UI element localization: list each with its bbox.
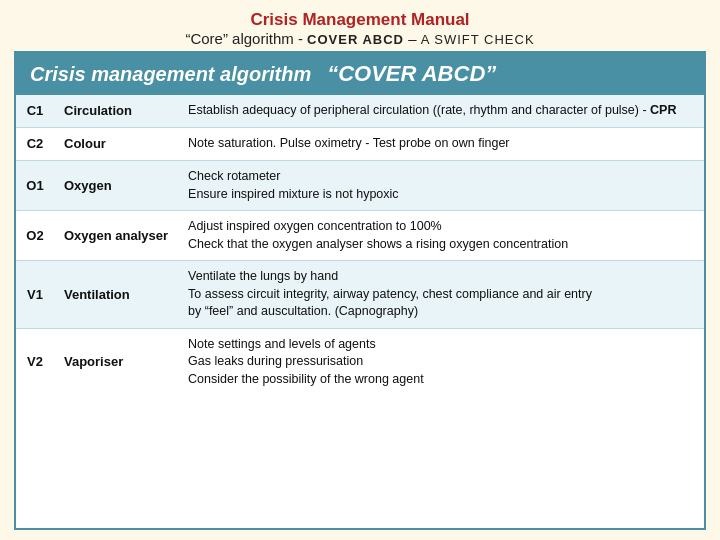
table-row: V2VaporiserNote settings and levels of a… <box>16 328 704 395</box>
row-label: Ventilation <box>54 261 178 329</box>
row-description: Adjust inspired oxygen concentration to … <box>178 211 704 261</box>
row-code: O2 <box>16 211 54 261</box>
table-row: C1CirculationEstablish adequacy of perip… <box>16 95 704 128</box>
row-code: C2 <box>16 128 54 161</box>
row-label: Vaporiser <box>54 328 178 395</box>
main-table-container: Crisis management algorithm “COVER ABCD”… <box>14 51 706 530</box>
algorithm-table: C1CirculationEstablish adequacy of perip… <box>16 95 704 395</box>
row-code: O1 <box>16 161 54 211</box>
table-header: Crisis management algorithm “COVER ABCD” <box>16 53 704 95</box>
subtitle-swift: A SWIFT CHECK <box>421 32 535 47</box>
row-code: V1 <box>16 261 54 329</box>
row-description: Ventilate the lungs by handTo assess cir… <box>178 261 704 329</box>
subtitle-cover: COVER ABCD <box>307 32 404 47</box>
row-description: Establish adequacy of peripheral circula… <box>178 95 704 128</box>
page-header: Crisis Management Manual “Core” algorith… <box>14 10 706 47</box>
table-row: V1VentilationVentilate the lungs by hand… <box>16 261 704 329</box>
table-heading2: “COVER ABCD” <box>327 61 496 87</box>
row-label: Oxygen <box>54 161 178 211</box>
subtitle: “Core” algorithm - COVER ABCD – A SWIFT … <box>14 30 706 47</box>
table-row: C2ColourNote saturation. Pulse oximetry … <box>16 128 704 161</box>
page-wrapper: Crisis Management Manual “Core” algorith… <box>0 0 720 540</box>
row-description: Note saturation. Pulse oximetry - Test p… <box>178 128 704 161</box>
row-description: Check rotameterEnsure inspired mixture i… <box>178 161 704 211</box>
main-title: Crisis Management Manual <box>14 10 706 30</box>
table-row: O1OxygenCheck rotameterEnsure inspired m… <box>16 161 704 211</box>
subtitle-dash: – <box>408 30 416 47</box>
row-label: Colour <box>54 128 178 161</box>
row-label: Oxygen analyser <box>54 211 178 261</box>
table-heading1: Crisis management algorithm <box>30 63 311 86</box>
row-code: V2 <box>16 328 54 395</box>
table-row: O2Oxygen analyserAdjust inspired oxygen … <box>16 211 704 261</box>
subtitle-pre: “Core” algorithm - <box>185 30 303 47</box>
row-code: C1 <box>16 95 54 128</box>
row-label: Circulation <box>54 95 178 128</box>
row-description: Note settings and levels of agentsGas le… <box>178 328 704 395</box>
